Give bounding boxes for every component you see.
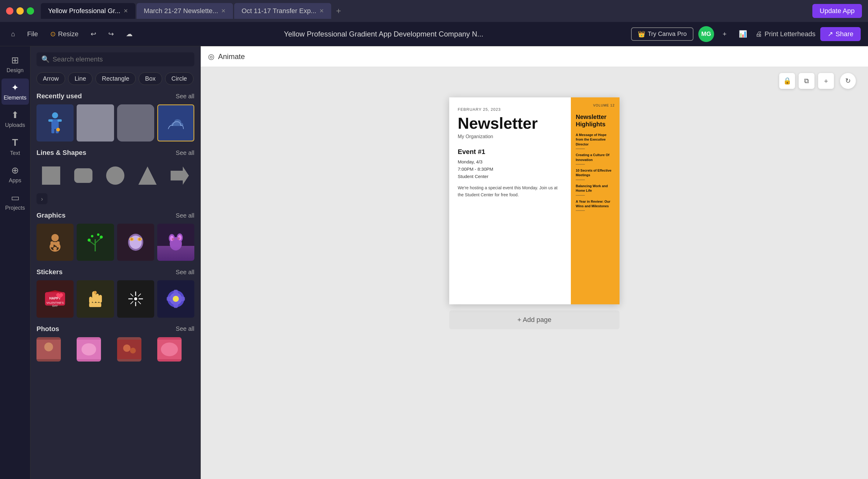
add-collaborator-button[interactable]: + [719,28,730,40]
shape-arrow[interactable] [165,161,194,190]
update-app-button[interactable]: Update App [812,4,862,18]
lines-shapes-see-all[interactable]: See all [176,149,194,156]
recently-used-see-all[interactable]: See all [176,93,194,100]
save-button[interactable]: ☁ [122,28,136,40]
volume-label: VOLUME 12 [576,103,615,107]
filter-tag-arrow[interactable]: Arrow [36,72,65,85]
text-icon: T [12,137,18,148]
photos-see-all[interactable]: See all [176,325,194,332]
print-button[interactable]: 🖨 Print Letterheads [755,30,816,38]
photo-4-graphic [157,337,182,362]
stats-button[interactable]: 📊 [735,28,751,40]
search-icon: 🔍 [41,55,50,63]
graphics-see-all[interactable]: See all [176,212,194,219]
tab-close-icon[interactable]: ✕ [123,8,128,14]
rotate-icon: ↻ [845,77,851,85]
undo-icon: ↩ [91,30,96,38]
sidebar-item-uploads[interactable]: ⬆ Uploads [2,106,29,132]
graphic-item-4[interactable] [157,224,194,261]
graphic-item-1[interactable] [36,224,73,261]
svg-point-24 [100,236,103,239]
add-tab-button[interactable]: + [333,4,345,18]
newsletter-title: Newsletter [458,115,562,132]
add-page-button[interactable]: + Add page [449,310,620,329]
recently-used-item-1[interactable] [36,104,73,142]
shape-triangle[interactable] [133,161,162,190]
sidebar-item-apps[interactable]: ⊕ Apps [2,161,29,187]
newsletter-document[interactable]: FEBRUARY 25, 2023 Newsletter My Organiza… [449,97,620,304]
filter-tag-rectangle[interactable]: Rectangle [95,72,136,85]
photo-item-1[interactable] [36,337,61,362]
photo-item-2[interactable] [76,337,101,362]
stickers-title: Stickers [36,268,63,276]
shape-chevron-next[interactable]: › [36,193,48,204]
resize-button[interactable]: ⊙ Resize [46,28,82,40]
sidebar-item-label-uploads: Uploads [5,122,25,128]
event-date: Monday, 4/3 [458,158,562,166]
maximize-traffic-light[interactable] [27,7,34,14]
leopard-graphic [125,232,146,253]
sticker-item-2[interactable] [76,280,114,318]
graphics-section-header: Graphics See all [36,211,194,219]
graphic-item-2[interactable] [76,224,114,261]
home-button[interactable]: ⌂ [7,28,19,40]
shape-rounded-rect[interactable] [69,161,98,190]
tabs-bar: Yellow Professional Gr... ✕ March 21-27 … [41,3,809,19]
shape-square[interactable] [36,161,66,190]
filter-tag-box[interactable]: Box [139,72,162,85]
sidebar-item-elements[interactable]: ✦ Elements [2,79,29,105]
filter-tags: Arrow Line Rectangle Box Circle › [36,72,194,85]
svg-rect-4 [52,128,55,133]
tab-march-newsletter[interactable]: March 21-27 Newslette... ✕ [136,3,233,19]
undo-button[interactable]: ↩ [87,28,100,40]
duplicate-button[interactable]: ⧉ [799,73,814,89]
file-label: File [27,30,38,38]
recently-used-item-3[interactable] [117,104,154,142]
sidebar-item-design[interactable]: ⊞ Design [2,51,29,77]
svg-marker-12 [170,167,189,185]
animate-label[interactable]: Animate [218,52,245,61]
tab-yellow-professional[interactable]: Yellow Professional Gr... ✕ [41,3,135,19]
newsletter-right-sidebar: VOLUME 12 Newsletter Highlights A Messag… [571,97,620,304]
rotate-button[interactable]: ↻ [840,73,856,89]
lock-button[interactable]: 🔒 [779,73,795,89]
design-icon: ⊞ [11,55,19,65]
minimize-traffic-light[interactable] [17,7,24,14]
close-traffic-light[interactable] [6,7,13,14]
recently-used-item-2[interactable] [76,104,114,142]
filter-tag-circle[interactable]: Circle [165,72,193,85]
elements-panel: 🔍 Arrow Line Rectangle Box Circle › Rece… [30,46,201,479]
canva-pro-button[interactable]: 👑 Try Canva Pro [631,27,693,41]
shape-circle[interactable] [101,161,130,190]
svg-rect-2 [49,119,53,122]
titlebar: Yellow Professional Gr... ✕ March 21-27 … [0,0,868,22]
sticker-item-4[interactable] [157,280,194,318]
copy-icon: ⧉ [804,77,809,85]
graphic-item-3[interactable] [117,224,154,261]
sidebar-item-label-elements: Elements [4,95,27,101]
user-avatar[interactable]: MG [698,26,714,42]
photo-item-4[interactable] [157,337,182,362]
sticker-item-1[interactable]: HAPPY VALENTINE'S DAY [36,280,73,318]
sidebar-item-projects[interactable]: ▭ Projects [2,189,29,215]
highlight-title-3: 10 Secrets of Effective Meetings [576,168,615,178]
stickers-see-all[interactable]: See all [176,269,194,276]
tab-close-icon[interactable]: ✕ [319,8,324,14]
lines-shapes-title: Lines & Shapes [36,149,86,157]
add-element-button[interactable]: ＋ [818,73,834,89]
tab-close-icon[interactable]: ✕ [221,8,226,14]
redo-button[interactable]: ↪ [104,28,117,40]
recently-used-item-4[interactable] [157,104,194,142]
share-button[interactable]: ↗ Share [820,27,861,41]
sidebar-item-text[interactable]: T Text [2,133,29,160]
filter-tag-line[interactable]: Line [68,72,92,85]
svg-rect-48 [89,297,92,303]
search-input[interactable] [53,55,189,63]
sticker-item-3[interactable] [117,280,154,318]
tab-oct-transfer[interactable]: Oct 11-17 Transfer Exp... ✕ [234,3,331,19]
svg-point-23 [88,239,91,242]
cloud-graphic [167,114,185,132]
tab-label: March 21-27 Newslette... [144,7,218,15]
file-button[interactable]: File [23,28,41,40]
photo-item-3[interactable] [117,337,142,362]
